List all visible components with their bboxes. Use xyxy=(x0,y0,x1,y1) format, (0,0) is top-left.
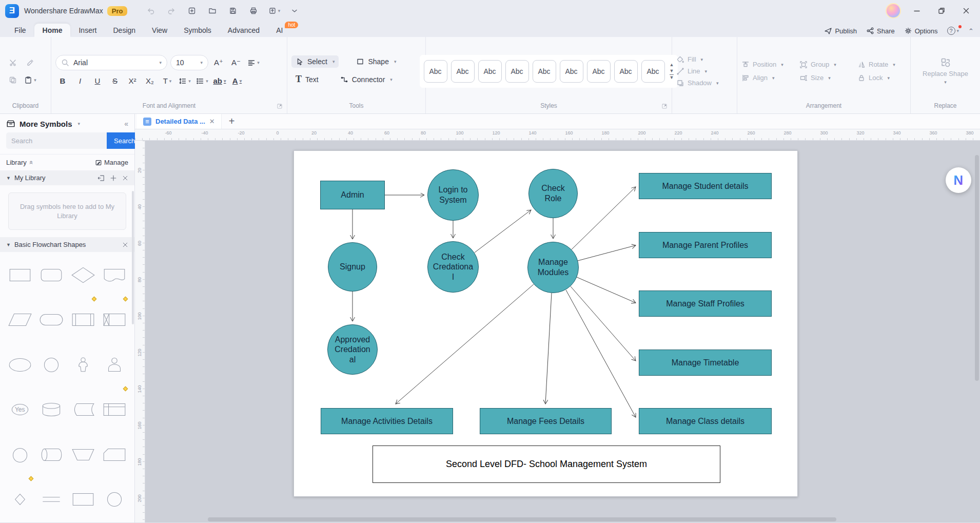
menu-tab-file[interactable]: File xyxy=(6,24,34,37)
node-signup[interactable]: Signup xyxy=(328,242,377,292)
redo-icon[interactable] xyxy=(164,4,179,18)
document-tab[interactable]: ≣ Detailed Data ... ✕ xyxy=(137,114,222,129)
group-button[interactable]: Group▾ xyxy=(799,61,848,69)
rotate-button[interactable]: Rotate▾ xyxy=(857,61,906,69)
library-shape-stadium[interactable] xyxy=(36,301,68,339)
library-shape-circle[interactable] xyxy=(99,481,131,518)
import-symbols-icon[interactable] xyxy=(97,175,105,182)
text-style-button[interactable]: T▾ xyxy=(160,74,174,88)
style-preset-7[interactable]: Abc xyxy=(587,60,611,83)
library-shape-rrect[interactable] xyxy=(36,256,68,294)
library-shape-stored[interactable] xyxy=(67,391,99,429)
menu-tab-home[interactable]: Home xyxy=(34,24,71,37)
new-file-icon[interactable] xyxy=(184,4,200,18)
node-diagram-title[interactable]: Second Level DFD- School Management Syst… xyxy=(373,445,720,483)
style-preset-6[interactable]: Abc xyxy=(560,60,583,83)
minimize-button[interactable] xyxy=(908,3,926,18)
collapse-ribbon-button[interactable]: ⌃ xyxy=(968,27,974,35)
library-shape-yes[interactable]: Yes xyxy=(4,391,36,429)
node-login-to-system[interactable]: Login to System xyxy=(427,169,479,221)
replace-shape-button[interactable]: Replace Shape▾ xyxy=(919,57,972,85)
style-preset-1[interactable]: Abc xyxy=(424,60,447,83)
node-manage-modules[interactable]: Manage Modules xyxy=(527,242,579,293)
shadow-button[interactable]: Shadow▾ xyxy=(676,79,733,87)
user-avatar[interactable] xyxy=(886,3,901,18)
more-tools-icon[interactable] xyxy=(287,4,302,18)
style-preset-8[interactable]: Abc xyxy=(614,60,638,83)
style-preset-5[interactable]: Abc xyxy=(533,60,556,83)
library-collapse-icon[interactable]: « xyxy=(28,161,35,164)
library-shape-document[interactable] xyxy=(99,256,131,294)
subscript-button[interactable]: X₂ xyxy=(143,74,157,88)
close-library-icon[interactable] xyxy=(122,175,128,181)
increase-font-button[interactable]: A⁺ xyxy=(211,56,226,69)
library-shape-manual[interactable] xyxy=(67,436,99,473)
library-shape-mark[interactable] xyxy=(4,481,36,518)
library-shape-arc[interactable] xyxy=(4,436,36,473)
align-button[interactable]: Align▾ xyxy=(741,74,790,82)
menu-tab-symbols[interactable]: Symbols xyxy=(175,24,220,37)
position-button[interactable]: Position▾ xyxy=(741,61,790,69)
horizontal-scrollbar[interactable] xyxy=(208,517,836,521)
menu-tab-advanced[interactable]: Advanced xyxy=(220,24,268,37)
menu-tab-ai[interactable]: AIhot xyxy=(268,24,291,37)
share-button[interactable]: Share xyxy=(866,27,895,35)
library-shape-internal[interactable] xyxy=(99,391,131,429)
new-tab-button[interactable]: + xyxy=(229,115,235,127)
options-button[interactable]: Options xyxy=(904,27,938,35)
style-preset-2[interactable]: Abc xyxy=(451,60,475,83)
save-icon[interactable] xyxy=(225,4,241,18)
select-tool-button[interactable]: Select▾ xyxy=(291,55,339,68)
maximize-button[interactable] xyxy=(933,3,950,18)
copy-icon[interactable] xyxy=(6,73,19,87)
help-button[interactable]: ? ▾ xyxy=(947,27,959,35)
lock-button[interactable]: Lock▾ xyxy=(857,74,906,82)
paste-button[interactable]: ▾ xyxy=(24,73,37,87)
style-preset-3[interactable]: Abc xyxy=(478,60,502,83)
highlight-button[interactable]: ab▾ xyxy=(212,74,227,88)
manage-library-button[interactable]: Manage xyxy=(95,159,128,166)
library-shape-card[interactable] xyxy=(99,436,131,473)
font-dialog-launcher-icon[interactable] xyxy=(277,102,283,113)
library-shape-user[interactable] xyxy=(99,346,131,383)
shape-tool-button[interactable]: Shape▾ xyxy=(352,55,400,68)
style-preset-9[interactable]: Abc xyxy=(641,60,665,83)
font-family-select[interactable]: Arial ▾ xyxy=(55,55,167,70)
node-manage-staff-profiles[interactable]: Manage Staff Profiles xyxy=(639,290,772,317)
library-shape-para[interactable] xyxy=(4,301,36,339)
publish-button[interactable]: Publish xyxy=(824,27,857,35)
italic-button[interactable]: I xyxy=(73,74,87,88)
connector-tool-button[interactable]: Connector▾ xyxy=(336,72,397,87)
library-shape-circle[interactable] xyxy=(36,346,68,383)
my-library-section-header[interactable]: ▼ My Library xyxy=(0,170,134,185)
library-shape-rect[interactable] xyxy=(67,481,99,518)
bullet-list-button[interactable]: ▾ xyxy=(195,74,209,88)
decrease-font-button[interactable]: A⁻ xyxy=(229,56,243,69)
menu-tab-design[interactable]: Design xyxy=(105,24,144,37)
symbol-search-input[interactable] xyxy=(6,132,107,149)
collapse-sidebar-icon[interactable]: « xyxy=(124,120,128,128)
close-tab-icon[interactable]: ✕ xyxy=(209,118,215,125)
node-admin[interactable]: Admin xyxy=(320,181,385,209)
flowchart-shapes-section-header[interactable]: ▼ Basic Flowchart Shapes xyxy=(0,237,134,252)
fill-button[interactable]: Fill▾ xyxy=(676,55,733,64)
library-shape-predef[interactable] xyxy=(67,301,99,339)
text-tool-button[interactable]: TText xyxy=(291,72,323,87)
close-section-icon[interactable] xyxy=(122,242,128,248)
underline-button[interactable]: U xyxy=(90,74,105,88)
vertical-scrollbar[interactable] xyxy=(975,155,979,381)
open-folder-icon[interactable] xyxy=(205,4,220,18)
node-manage-parent-profiles[interactable]: Manage Parent Profiles xyxy=(639,232,772,258)
menu-tab-insert[interactable]: Insert xyxy=(70,24,105,37)
font-color-button[interactable]: A▾ xyxy=(230,74,244,88)
cut-icon[interactable] xyxy=(6,56,19,69)
print-icon[interactable] xyxy=(246,4,261,18)
strikethrough-button[interactable]: S xyxy=(108,74,122,88)
library-shape-person[interactable] xyxy=(67,346,99,383)
text-align-button[interactable]: ▾ xyxy=(246,56,261,69)
library-shape-internalx[interactable] xyxy=(99,301,131,339)
canvas[interactable]: 20406080100120140160180200 AdminLogin to… xyxy=(135,141,980,522)
menu-tab-view[interactable]: View xyxy=(144,24,175,37)
node-check-credational[interactable]: Check Credational xyxy=(427,241,479,293)
node-manage-class-details[interactable]: Manage Class details xyxy=(639,408,772,434)
